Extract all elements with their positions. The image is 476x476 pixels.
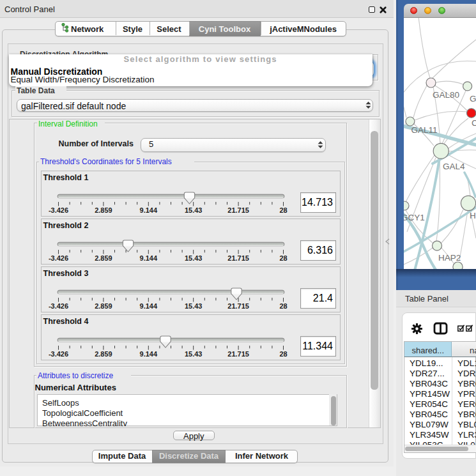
svg-text:-3.426: -3.426 — [48, 254, 68, 262]
svg-text:-3.426: -3.426 — [48, 350, 68, 358]
svg-text:HAP2: HAP2 — [438, 253, 461, 263]
svg-text:2.859: 2.859 — [95, 302, 112, 310]
svg-text:H: H — [470, 211, 476, 220]
svg-text:9.144: 9.144 — [139, 302, 157, 310]
svg-text:28: 28 — [279, 254, 287, 262]
svg-text:G.: G. — [470, 94, 476, 104]
svg-text:9.144: 9.144 — [139, 254, 157, 262]
svg-text:15.43: 15.43 — [184, 254, 202, 262]
svg-text:-3.426: -3.426 — [48, 302, 68, 310]
svg-text:28: 28 — [279, 350, 287, 358]
svg-text:-3.426: -3.426 — [48, 206, 68, 214]
svg-text:28: 28 — [279, 302, 287, 310]
svg-text:21.715: 21.715 — [227, 254, 249, 262]
svg-text:2.859: 2.859 — [95, 206, 112, 214]
svg-text:21.715: 21.715 — [227, 350, 249, 358]
svg-text:15.43: 15.43 — [184, 302, 202, 310]
svg-text:GAL80: GAL80 — [433, 90, 459, 100]
svg-text:2.859: 2.859 — [95, 254, 112, 262]
svg-text:15.43: 15.43 — [184, 350, 202, 358]
svg-text:2.859: 2.859 — [95, 350, 112, 358]
svg-text:GAL4: GAL4 — [443, 162, 465, 171]
svg-text:GCY1: GCY1 — [404, 213, 425, 222]
svg-text:28: 28 — [279, 206, 287, 214]
svg-text:GAL11: GAL11 — [411, 125, 438, 135]
svg-text:9.144: 9.144 — [139, 206, 157, 214]
svg-text:21.715: 21.715 — [227, 206, 249, 214]
svg-text:21.715: 21.715 — [227, 302, 249, 310]
svg-text:15.43: 15.43 — [184, 206, 202, 214]
svg-text:9.144: 9.144 — [139, 350, 157, 358]
svg-text:C: C — [472, 118, 476, 128]
